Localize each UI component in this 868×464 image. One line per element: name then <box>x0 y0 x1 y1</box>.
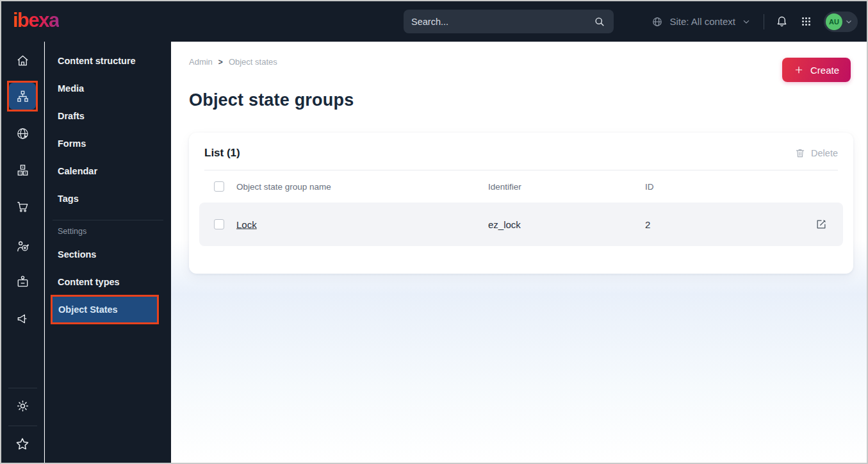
edit-button[interactable] <box>815 218 828 231</box>
cart-icon <box>15 199 30 214</box>
sidebar-item-site[interactable] <box>1 126 44 141</box>
globe-icon <box>651 15 664 28</box>
row-id: 2 <box>645 219 650 230</box>
gear-icon <box>15 399 30 413</box>
table-header-row: Object state group name Identifier ID <box>199 170 843 203</box>
sidebar-item-campaign[interactable] <box>1 311 44 326</box>
secondary-sidebar: Content structure Media Drafts Forms Cal… <box>45 42 171 463</box>
breadcrumb: Admin > Object states <box>189 57 277 67</box>
user-menu[interactable]: AU <box>824 12 858 32</box>
notifications-button[interactable] <box>775 15 789 28</box>
list-title: List (1) <box>204 147 240 160</box>
annotation-highlight-box: Object States <box>53 297 157 322</box>
row-name-link[interactable]: Lock <box>236 219 257 230</box>
bell-icon <box>775 15 789 28</box>
sidebar-item-content-types[interactable]: Content types <box>45 268 171 295</box>
badge-icon <box>15 274 30 289</box>
table-row: Lock ez_lock 2 <box>199 203 843 246</box>
star-icon <box>15 436 30 452</box>
sidebar-item-calendar[interactable]: Calendar <box>45 157 171 185</box>
globe-cursor-icon <box>15 126 30 141</box>
topbar-right-cluster: Site: All context <box>651 1 858 42</box>
sidebar-item-content-structure[interactable]: Content structure <box>45 47 171 74</box>
top-bar: ibexa Site: All context <box>1 1 867 42</box>
global-search[interactable] <box>404 10 614 33</box>
topbar-divider <box>764 14 764 29</box>
sidebar-item-media[interactable]: Media <box>45 74 171 102</box>
avatar: AU <box>826 13 842 30</box>
breadcrumb-item-admin[interactable]: Admin <box>189 57 213 67</box>
delete-button[interactable]: Delete <box>794 147 838 159</box>
rail-divider <box>8 426 37 426</box>
card-header: List (1) Delete <box>189 133 853 160</box>
delete-button-label: Delete <box>811 148 838 158</box>
sidebar-item-commerce[interactable] <box>1 199 44 214</box>
sidebar-item-label: Content types <box>58 277 120 287</box>
search-input[interactable] <box>411 17 593 27</box>
app-window: ibexa Site: All context <box>0 0 868 464</box>
column-header-identifier: Identifier <box>488 182 521 192</box>
sidebar-item-label: Media <box>58 83 84 94</box>
plus-icon <box>794 65 804 75</box>
app-grid-button[interactable] <box>800 15 812 28</box>
sidebar-item-bookmarks[interactable] <box>1 436 44 452</box>
boxes-icon <box>15 163 30 178</box>
create-button-label: Create <box>810 65 839 76</box>
column-header-id: ID <box>645 182 654 192</box>
sidebar-item-forms[interactable]: Forms <box>45 129 171 157</box>
site-context-label: Site: All context <box>669 16 735 27</box>
sidebar-item-drafts[interactable]: Drafts <box>45 102 171 129</box>
home-icon <box>15 53 30 68</box>
sidebar-item-label: Drafts <box>58 111 85 121</box>
sidebar-item-tags[interactable]: Tags <box>45 185 171 212</box>
breadcrumb-item-object-states: Object states <box>229 57 277 67</box>
main-content: Admin > Object states Create Object stat… <box>171 42 867 463</box>
trash-icon <box>794 147 806 159</box>
site-context-selector[interactable]: Site: All context <box>651 15 751 28</box>
sidebar-item-label: Tags <box>58 194 79 204</box>
grid-icon <box>800 15 812 28</box>
object-state-groups-card: List (1) Delete Object state group name … <box>189 133 853 274</box>
annotation-highlight-box <box>9 83 36 110</box>
sidebar-item-product-catalog[interactable] <box>1 163 44 178</box>
sidebar-item-sections[interactable]: Sections <box>45 240 171 268</box>
sidebar-item-home[interactable] <box>1 53 44 68</box>
sidebar-item-settings[interactable] <box>1 399 44 413</box>
sidebar-item-label: Sections <box>58 249 96 260</box>
ibexa-logo: ibexa <box>13 9 59 32</box>
chevron-down-icon <box>844 17 853 26</box>
row-identifier: ez_lock <box>488 219 521 230</box>
row-checkbox[interactable] <box>214 219 224 229</box>
sitemap-icon <box>15 89 30 104</box>
sidebar-item-label: Object States <box>58 304 118 315</box>
sidebar-item-personalization[interactable] <box>1 239 44 254</box>
sidebar-item-corporate[interactable] <box>1 274 44 289</box>
sidebar-item-label: Forms <box>58 138 86 149</box>
column-header-name: Object state group name <box>236 182 331 192</box>
sidebar-item-label: Content structure <box>58 56 136 66</box>
sidebar-item-label: Calendar <box>58 166 97 176</box>
settings-section-label: Settings <box>58 227 86 236</box>
megaphone-icon <box>15 311 30 326</box>
chevron-down-icon <box>741 17 751 27</box>
sidebar-item-object-states-active[interactable]: Object States <box>51 295 159 324</box>
edit-icon <box>815 218 828 231</box>
create-button[interactable]: Create <box>782 58 851 82</box>
rail-divider <box>8 388 37 388</box>
sidebar-item-content-active[interactable] <box>7 81 38 112</box>
search-icon <box>593 15 606 28</box>
select-all-checkbox[interactable] <box>214 181 224 192</box>
page-title: Object state groups <box>189 90 354 110</box>
breadcrumb-separator: > <box>218 58 223 67</box>
person-target-icon <box>15 239 30 254</box>
sidebar-section-divider <box>53 220 163 220</box>
icon-rail <box>1 42 44 463</box>
